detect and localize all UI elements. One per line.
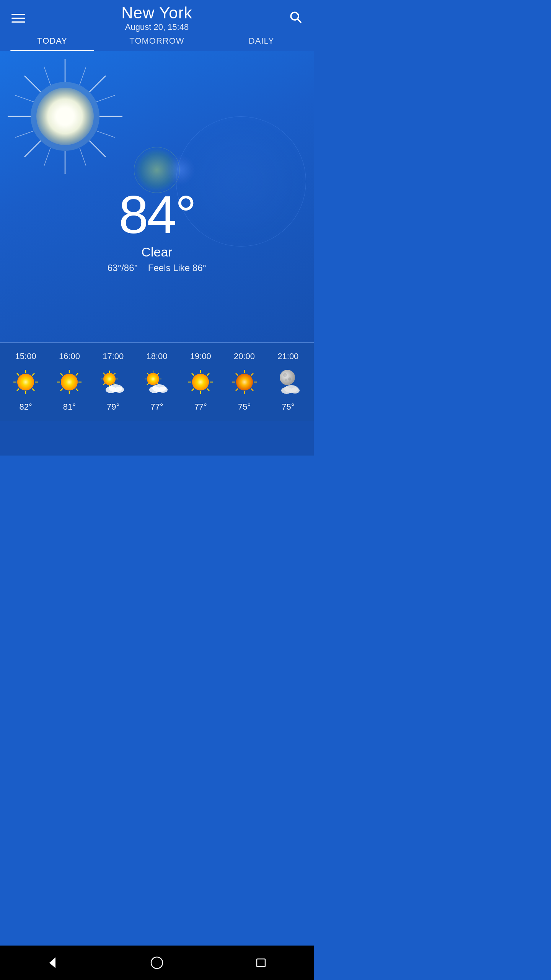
svg-line-69 — [207, 373, 209, 376]
hour-label-6: 21:00 — [266, 351, 310, 361]
weather-main: 84° Clear 63°/86° Feels Like 86° — [0, 51, 314, 342]
svg-line-79 — [236, 389, 238, 391]
temp-range-value: 63°/86° — [108, 263, 138, 273]
temperature-value: 84° — [108, 188, 206, 242]
svg-line-45 — [114, 373, 116, 375]
svg-line-43 — [103, 373, 105, 375]
svg-point-29 — [61, 374, 78, 390]
svg-point-0 — [291, 12, 298, 20]
svg-point-71 — [236, 374, 253, 390]
svg-line-68 — [207, 389, 209, 391]
hour-icon-0 — [4, 368, 47, 396]
weather-condition: Clear — [108, 245, 206, 260]
svg-line-1 — [298, 19, 301, 23]
svg-line-11 — [96, 95, 115, 102]
svg-line-25 — [17, 373, 19, 376]
hour-temp-4: 77° — [179, 402, 222, 412]
svg-line-67 — [192, 373, 194, 376]
tab-tomorrow[interactable]: TOMORROW — [104, 29, 209, 51]
svg-line-10 — [80, 67, 86, 85]
svg-line-35 — [76, 389, 78, 391]
svg-line-7 — [24, 141, 41, 157]
svg-line-46 — [103, 383, 105, 385]
svg-line-14 — [44, 148, 51, 166]
hour-icon-3 — [135, 368, 179, 396]
svg-line-37 — [60, 389, 63, 391]
svg-point-61 — [158, 387, 168, 393]
svg-point-48 — [106, 386, 116, 393]
svg-line-26 — [32, 389, 34, 391]
hour-temp-0: 82° — [4, 402, 47, 412]
hour-icon-5 — [222, 368, 266, 396]
hourly-temps-row: 82° 81° 79° 77° 77° 75° 75° — [0, 399, 314, 421]
svg-line-5 — [90, 141, 106, 157]
feels-like-value: Feels Like 86° — [148, 263, 206, 273]
tab-daily[interactable]: DAILY — [209, 29, 314, 51]
hour-label-0: 15:00 — [4, 351, 47, 361]
svg-line-78 — [251, 373, 253, 376]
svg-line-70 — [192, 389, 194, 391]
svg-line-77 — [251, 389, 253, 391]
temperature-display: 84° Clear 63°/86° Feels Like 86° — [108, 188, 206, 273]
temp-range-feelslike: 63°/86° Feels Like 86° — [108, 263, 206, 273]
svg-point-19 — [31, 82, 99, 151]
svg-line-13 — [80, 148, 86, 166]
svg-line-3 — [90, 76, 106, 92]
svg-point-62 — [192, 374, 209, 390]
svg-line-12 — [96, 131, 115, 137]
header: New York August 20, 15:48 — [0, 0, 314, 29]
sun-graphic — [15, 67, 115, 166]
city-name: New York — [121, 4, 192, 22]
hourly-times-row: 15:00 16:00 17:00 18:00 19:00 20:00 21:0… — [0, 343, 314, 364]
svg-line-17 — [44, 67, 51, 85]
menu-button[interactable] — [11, 14, 25, 23]
svg-point-80 — [280, 370, 295, 385]
svg-line-58 — [147, 383, 149, 385]
tab-today[interactable]: TODAY — [0, 29, 104, 51]
svg-line-15 — [15, 131, 34, 137]
svg-line-34 — [60, 373, 63, 376]
svg-line-76 — [236, 373, 238, 376]
svg-point-83 — [285, 379, 287, 381]
hour-icon-1 — [47, 368, 91, 396]
hourly-icons-row — [0, 364, 314, 399]
svg-line-16 — [15, 95, 34, 102]
svg-point-85 — [281, 387, 292, 394]
svg-point-49 — [115, 387, 124, 393]
svg-point-82 — [288, 377, 291, 381]
hour-icon-6 — [266, 368, 310, 396]
header-center: New York August 20, 15:48 — [121, 4, 192, 32]
svg-line-28 — [17, 389, 19, 391]
hour-label-1: 16:00 — [47, 351, 91, 361]
hour-label-4: 19:00 — [179, 351, 222, 361]
hour-label-2: 17:00 — [91, 351, 135, 361]
svg-line-55 — [147, 373, 149, 375]
hour-label-5: 20:00 — [222, 351, 266, 361]
svg-line-27 — [32, 373, 34, 376]
svg-line-36 — [76, 373, 78, 376]
svg-line-57 — [157, 373, 159, 375]
svg-point-20 — [17, 374, 34, 390]
hour-temp-3: 77° — [135, 402, 179, 412]
search-button[interactable] — [289, 11, 302, 25]
svg-point-81 — [283, 373, 287, 377]
svg-line-9 — [24, 76, 41, 92]
hour-temp-6: 75° — [266, 402, 310, 412]
sun-rays — [4, 55, 126, 178]
hour-temp-5: 75° — [222, 402, 266, 412]
hour-label-3: 18:00 — [135, 351, 179, 361]
hourly-forecast: 15:00 16:00 17:00 18:00 19:00 20:00 21:0… — [0, 343, 314, 421]
hour-icon-2 — [91, 368, 135, 396]
hour-temp-1: 81° — [47, 402, 91, 412]
hour-temp-2: 79° — [91, 402, 135, 412]
svg-point-86 — [290, 387, 300, 394]
svg-point-60 — [149, 386, 160, 393]
tabs-bar: TODAY TOMORROW DAILY — [0, 29, 314, 51]
hour-icon-4 — [179, 368, 222, 396]
